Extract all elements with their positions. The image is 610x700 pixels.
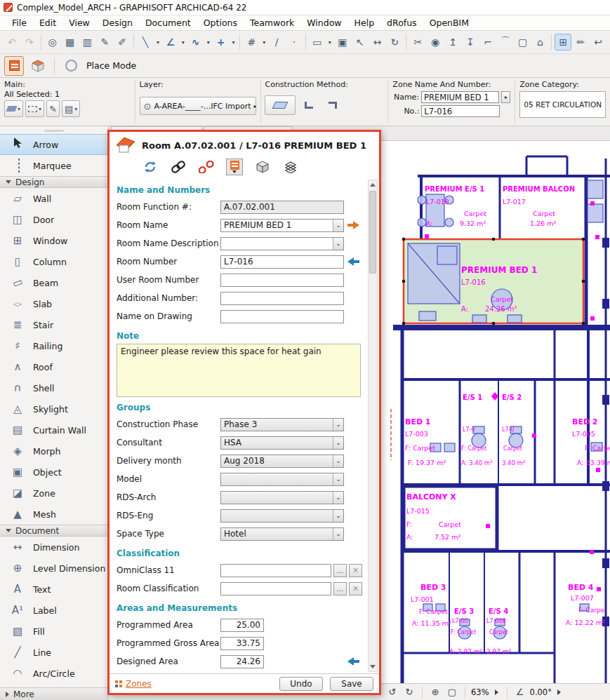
- loop-icon[interactable]: ↩: [590, 34, 606, 51]
- zone-name[interactable]: E/S 2: [502, 393, 522, 401]
- link-button[interactable]: [170, 159, 187, 175]
- tool-roof[interactable]: ∧Roof: [0, 356, 108, 377]
- model-3d-button[interactable]: [254, 159, 271, 175]
- menu-design[interactable]: Design: [96, 18, 139, 28]
- frame-icon[interactable]: ▢: [515, 34, 531, 51]
- tool-level-dimension[interactable]: ⊕Level Dimension: [0, 558, 108, 579]
- menu-edit[interactable]: Edit: [33, 18, 62, 28]
- tool-object[interactable]: ▣Object: [0, 462, 108, 483]
- room-classification-input[interactable]: [220, 582, 331, 595]
- tool-column[interactable]: ▯Column: [0, 251, 108, 272]
- menu-document[interactable]: Document: [139, 18, 197, 28]
- split-icon[interactable]: ✂: [409, 34, 426, 51]
- space-type-select[interactable]: Hotel⌄: [220, 527, 344, 541]
- tool-skylight[interactable]: ◬Skylight: [0, 398, 108, 419]
- menu-view[interactable]: View: [62, 18, 96, 28]
- snap-grid-icon[interactable]: #: [243, 34, 260, 51]
- zone-place-tool-button[interactable]: [4, 56, 24, 76]
- toolbox-grip[interactable]: [0, 128, 108, 134]
- layout-grid-icon[interactable]: ⊞: [555, 34, 571, 51]
- toolbox-section-document[interactable]: Document: [0, 525, 108, 537]
- panel-scrollbar[interactable]: [368, 180, 378, 672]
- zoom-menu-icon[interactable]: [495, 689, 498, 695]
- marquee-box-dropdown[interactable]: ▾: [326, 34, 333, 51]
- sync-button[interactable]: [142, 159, 159, 175]
- tool-railing[interactable]: ♯Railing: [0, 335, 108, 356]
- coordinate-tool-dropdown[interactable]: ▾: [230, 34, 237, 51]
- browse-button[interactable]: …: [333, 564, 347, 577]
- zone-category-selector[interactable]: 05 RET CIRCULATION: [519, 91, 606, 118]
- selection-method-button[interactable]: ▾: [25, 100, 44, 117]
- offset-tool-dropdown[interactable]: ▾: [180, 34, 187, 51]
- corner-icon[interactable]: ⌐: [479, 34, 496, 51]
- zoom-level[interactable]: 63%: [471, 687, 489, 697]
- construction-method-button[interactable]: [265, 95, 296, 115]
- programmed-gross-area-input[interactable]: 33.75: [220, 637, 264, 650]
- rotation-angle[interactable]: 0.00°: [530, 687, 552, 697]
- chevron-down-icon[interactable]: ⌄: [333, 220, 343, 231]
- favorites-palette-button[interactable]: ▤▾: [62, 100, 80, 117]
- marquee-box-icon[interactable]: ▭: [309, 34, 326, 51]
- brush-icon[interactable]: ✏: [572, 34, 589, 51]
- object-list-button[interactable]: [282, 159, 299, 175]
- tool-zone[interactable]: ◪Zone: [0, 483, 108, 504]
- room-name-select[interactable]: PREMIUM BED 1⌄: [220, 219, 344, 232]
- model-select[interactable]: ⌄: [220, 473, 344, 486]
- tool-label[interactable]: A¹Label: [0, 600, 108, 621]
- undo-button[interactable]: Undo: [279, 677, 323, 691]
- scroll-down-icon[interactable]: [369, 662, 377, 671]
- note-textarea[interactable]: Engineer please review this space for he…: [117, 344, 361, 397]
- clear-button[interactable]: ✕: [349, 582, 362, 595]
- zone-name[interactable]: E/S 1: [463, 393, 482, 401]
- unlink-button[interactable]: [198, 159, 215, 175]
- zone-name[interactable]: BED 1: [405, 417, 431, 426]
- tool-beam[interactable]: ▭Beam: [0, 272, 108, 293]
- rotation-menu-icon[interactable]: [557, 689, 561, 695]
- snap-grid-dropdown[interactable]: ▾: [260, 34, 267, 51]
- adjust-icon[interactable]: ▣: [334, 34, 351, 51]
- rds-arch-select[interactable]: ⌄: [220, 491, 344, 504]
- rotate-icon[interactable]: ↻: [386, 34, 403, 51]
- line-tool-icon[interactable]: ╲: [137, 34, 154, 51]
- measure-icon[interactable]: ↔: [369, 34, 386, 51]
- next-view-icon[interactable]: ↻: [402, 687, 416, 697]
- tool-line[interactable]: ╱Line: [0, 642, 108, 663]
- tool-stair[interactable]: ≣Stair: [0, 314, 108, 335]
- designed-area-input[interactable]: 24.26: [220, 655, 264, 668]
- spline-tool-icon[interactable]: ∿: [187, 34, 204, 51]
- fillet-icon[interactable]: ⌒: [497, 34, 514, 51]
- consultant-select[interactable]: HSA⌄: [220, 436, 344, 450]
- menu-options[interactable]: Options: [197, 18, 244, 28]
- delivery-month-select[interactable]: Aug 2018⌄: [220, 455, 344, 468]
- zoom-to-selection-icon[interactable]: ◉: [427, 34, 444, 51]
- orientation-icon[interactable]: ∠: [513, 687, 527, 697]
- user-room-number-input[interactable]: [220, 274, 344, 287]
- tool-curtain-wall[interactable]: ▤Curtain Wall: [0, 419, 108, 440]
- zone-name[interactable]: E/S 4: [489, 607, 508, 615]
- fit-in-window-icon[interactable]: ▢: [445, 687, 459, 697]
- room-name-description-select[interactable]: ⌄: [220, 237, 344, 250]
- chevron-down-icon[interactable]: ⌄: [333, 437, 343, 449]
- home-story-icon[interactable]: ⌂: [531, 34, 548, 51]
- zones-link[interactable]: Zones: [115, 679, 152, 689]
- offset-tool-icon[interactable]: ∠: [162, 34, 179, 51]
- tool-morph[interactable]: ◈Morph: [0, 440, 108, 462]
- zone-number-input[interactable]: L7-016: [421, 105, 500, 117]
- room-number-input[interactable]: L7-016: [220, 255, 344, 269]
- zone-name[interactable]: E/S 3: [454, 607, 474, 615]
- room-function-input[interactable]: A.07.02.001: [220, 201, 344, 214]
- chevron-down-icon[interactable]: ⌄: [333, 419, 343, 431]
- menu-drofus[interactable]: dRofus: [380, 18, 423, 28]
- tool-mesh[interactable]: ▲Mesh: [0, 504, 108, 525]
- toolbox-more[interactable]: More: [0, 687, 108, 700]
- model-sync-button[interactable]: [28, 56, 48, 76]
- drag-icon[interactable]: ↖: [352, 34, 369, 51]
- line-tool-dropdown[interactable]: ▾: [154, 34, 161, 51]
- rds-eng-select[interactable]: ⌄: [220, 509, 344, 523]
- save-button[interactable]: Save: [330, 677, 373, 691]
- coordinate-tool-icon[interactable]: +: [213, 34, 230, 51]
- redo-icon[interactable]: ↷: [21, 34, 38, 51]
- find-select-icon[interactable]: ◎: [44, 34, 61, 51]
- zone-name[interactable]: PREMIUM BED 1: [461, 265, 537, 275]
- menu-teamwork[interactable]: Teamwork: [244, 18, 300, 28]
